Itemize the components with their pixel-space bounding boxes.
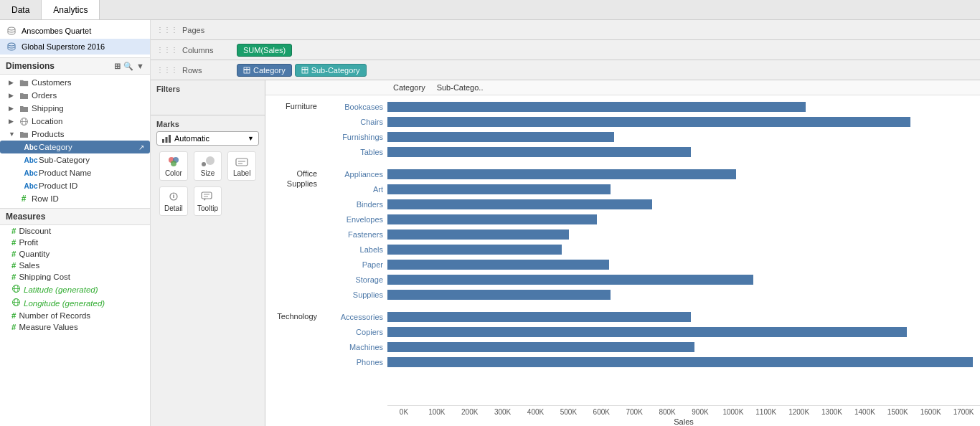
subcategory-row: Tables [323,145,980,159]
label-icon [235,155,249,168]
subcategory-label: Accessories [323,313,387,321]
rows-subcategory-pill[interactable]: Sub-Category [295,64,367,77]
dim-product-name[interactable]: ▶ Abc Product Name [0,166,150,179]
bar-container [387,146,980,158]
subcategory-label: Tables [323,148,387,156]
measure-quantity[interactable]: # Quantity [0,248,150,260]
bar-chart-icon [161,133,171,143]
datasource-anscombes[interactable]: Anscombes Quartet [0,23,150,39]
dim-products-label: Products [32,130,64,138]
axis-tick: 600K [585,408,618,416]
hash-icon: # [11,273,16,281]
bar-container [387,326,980,339]
tab-analytics[interactable]: Analytics [42,0,100,19]
axis-tick: 900K [684,408,717,416]
subcategory-label: Storage [323,275,387,284]
measure-num-records[interactable]: # Number of Records [0,310,150,321]
bar-container [387,356,980,369]
category-group: FurnitureBookcasesChairsFurnishingsTable… [265,100,980,160]
axis-tick: 500K [552,408,585,416]
axis-tick: 200K [453,408,486,416]
dim-orders[interactable]: ▶ Orders [0,89,150,102]
dim-row-id[interactable]: ▶ # Row ID [0,192,150,205]
measure-latitude-label: Latitude (generated) [24,285,98,294]
dim-product-name-label: Product Name [39,169,92,177]
expand-arrow-down: ▼ [9,131,16,138]
measure-measure-values[interactable]: # Measure Values [0,321,150,333]
bar [387,275,753,285]
columns-pill-label: SUM(Sales) [243,46,286,55]
measure-latitude[interactable]: Latitude (generated) [0,283,150,296]
dim-location[interactable]: ▶ Location [0,115,150,128]
measure-sales[interactable]: # Sales [0,260,150,271]
bar [387,260,609,270]
left-shelves: Filters Marks Automatic ▼ [151,80,265,426]
marks-color-button[interactable]: Color [159,151,188,181]
columns-sum-sales-pill[interactable]: SUM(Sales) [237,44,292,57]
measure-longitude[interactable]: Longitude (generated) [0,296,150,310]
bar-container [387,288,980,301]
dim-category-label: Category [39,143,72,151]
dim-shipping-label: Shipping [32,104,64,113]
marks-dropdown-label: Automatic [174,134,209,143]
marks-type-dropdown[interactable]: Automatic ▼ [156,131,259,146]
svg-rect-33 [202,192,212,199]
grid-view-icon[interactable]: ⊞ [114,62,121,71]
top-tabs: Data Analytics [0,0,980,20]
measure-measure-values-label: Measure Values [19,323,77,331]
rows-category-pill[interactable]: Category [237,64,292,77]
marks-tooltip-button[interactable]: Tooltip [194,186,222,216]
geo-icon [19,116,29,126]
expand-arrow: ▶ [9,105,16,112]
bar [387,102,806,112]
dim-shipping[interactable]: ▶ Shipping [0,102,150,115]
color-label: Color [165,169,182,177]
subcategory-label: Labels [323,245,387,254]
folder-icon [19,90,29,100]
abc-icon: Abc [26,168,36,178]
dim-product-id[interactable]: ▶ Abc Product ID [0,179,150,192]
tab-data[interactable]: Data [0,0,42,19]
subcategory-row: Machines [323,340,980,354]
axis-labels: 0K100K200K300K400K500K600K700K800K900K10… [387,408,980,416]
tooltip-label: Tooltip [197,204,218,212]
axis-tick: 300K [486,408,519,416]
expand-arrow: ▶ [9,79,16,86]
marks-title: Marks [156,120,259,128]
search-icon[interactable]: 🔍 [123,62,133,71]
subcategory-label: Supplies [323,290,387,299]
axis-tick: 100K [420,408,453,416]
bar [387,342,694,352]
marks-section: Marks Automatic ▼ [151,115,265,220]
rows-drag-handle: ⋮⋮⋮ [156,66,178,74]
subcategory-row: Bookcases [323,100,980,114]
measure-num-records-label: Number of Records [19,311,90,320]
folder-icon [19,129,29,139]
category-label: Office Supplies [265,167,323,303]
measures-title: Measures [6,212,45,222]
chart-inner-wrapper: FurnitureBookcasesChairsFurnishingsTable… [265,95,980,426]
marks-size-button[interactable]: Size [194,151,222,181]
dim-category[interactable]: ▶ Abc Category ↗ [0,141,150,153]
dim-subcategory[interactable]: ▶ Abc Sub-Category [0,153,150,166]
measures-header: Measures [0,208,150,225]
marks-label-button[interactable]: Label [227,151,256,181]
subcategory-label: Envelopes [323,215,387,224]
marks-detail-button[interactable]: Detail [159,186,188,216]
measure-profit[interactable]: # Profit [0,237,150,248]
datasource-global[interactable]: Global Superstore 2016 [0,39,150,55]
measure-shipping-cost[interactable]: # Shipping Cost [0,271,150,283]
chart-column-headers: Category Sub-Catego.. [265,80,980,95]
expand-arrow: ▶ [9,92,16,99]
bar-container [387,168,980,181]
dim-products[interactable]: ▼ Products [0,128,150,141]
svg-point-26 [206,156,215,165]
filters-content [156,96,259,110]
expand-icon[interactable]: ▼ [136,62,144,71]
measure-discount[interactable]: # Discount [0,225,150,237]
dimensions-header: Dimensions ⊞ 🔍 ▼ [0,58,150,75]
dim-customers[interactable]: ▶ Customers [0,76,150,89]
bar [387,229,569,240]
dim-customers-label: Customers [32,78,72,87]
svg-rect-27 [236,158,248,166]
